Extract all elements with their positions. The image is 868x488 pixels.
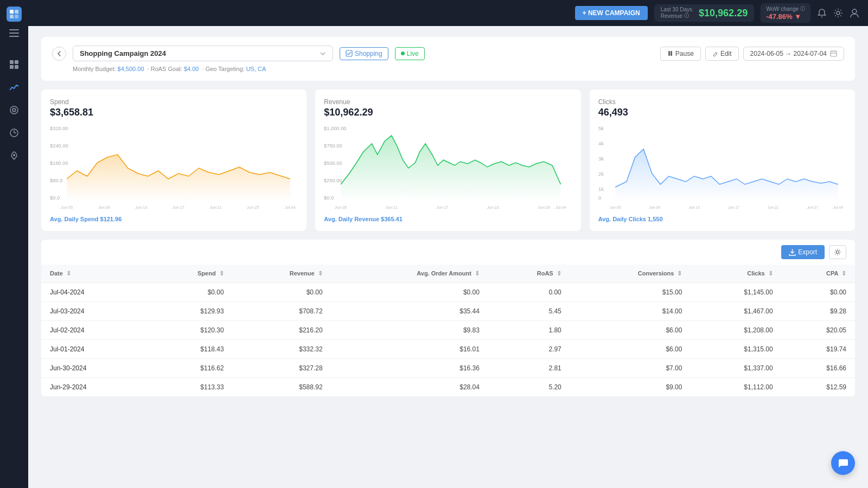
clicks-avg: Avg. Daily Clicks 1,550 [598, 216, 846, 222]
cell-value: $118.43 [147, 340, 233, 359]
svg-text:1k: 1k [598, 187, 604, 192]
user-icon[interactable] [850, 8, 859, 18]
table-row: Jul-01-2024$118.43$332.32$16.012.97$6.00… [41, 340, 855, 359]
cell-value: $1,337.00 [691, 359, 781, 378]
cell-value: $1,315.00 [691, 340, 781, 359]
svg-text:Jun-05: Jun-05 [335, 206, 347, 210]
cell-date: Jul-03-2024 [41, 302, 147, 321]
cell-value: $6.00 [570, 340, 691, 359]
svg-rect-0 [10, 10, 14, 14]
spend-chart-area: $320.00 $240.00 $160.00 $80.0 $0.0 [50, 125, 298, 211]
svg-rect-21 [346, 50, 352, 56]
cell-value: $129.93 [147, 302, 233, 321]
table-settings-button[interactable] [829, 245, 846, 259]
sidebar [0, 0, 28, 488]
clicks-chart-area: 5k 4k 3k 2k 1k 0 [598, 125, 846, 211]
hamburger-menu[interactable] [6, 26, 22, 40]
svg-text:$250.00: $250.00 [324, 178, 342, 183]
settings-icon[interactable] [833, 8, 843, 18]
export-button[interactable]: Export [781, 245, 825, 259]
table-row: Jun-29-2024$113.33$588.92$28.045.20$9.00… [41, 378, 855, 397]
table-actions: Export [41, 240, 855, 265]
new-campaign-button[interactable]: + NEW CAMPAIGN [575, 6, 648, 20]
svg-rect-10 [15, 65, 18, 69]
sort-icon-date: ⇕ [66, 270, 71, 277]
cell-value: 2.97 [488, 340, 570, 359]
pause-button[interactable]: Pause [660, 47, 701, 61]
cell-value: 5.20 [488, 378, 570, 397]
app-logo [7, 7, 22, 22]
table-body: Jul-04-2024$0.00$0.00$0.000.00$15.00$1,1… [41, 283, 855, 397]
svg-rect-22 [668, 51, 670, 56]
sidebar-item-schedule[interactable] [5, 124, 23, 142]
col-date[interactable]: Date ⇕ [41, 265, 147, 283]
sidebar-item-rocket[interactable] [5, 146, 23, 165]
cell-value: $12.59 [782, 378, 855, 397]
cell-value: $113.33 [147, 378, 233, 397]
back-button[interactable] [52, 47, 66, 61]
svg-point-19 [837, 11, 840, 15]
sort-icon-revenue: ⇕ [318, 270, 323, 277]
cell-date: Jul-04-2024 [41, 283, 147, 302]
data-table-section: Export Date ⇕ Spend ⇕ [41, 240, 855, 397]
svg-text:Jun-13: Jun-13 [135, 206, 147, 210]
svg-text:$1,000.00: $1,000.00 [324, 126, 347, 131]
campaign-selector[interactable]: Shopping Campaign 2024 [73, 46, 333, 61]
svg-text:$500.00: $500.00 [324, 160, 342, 166]
chat-widget[interactable] [831, 451, 855, 475]
cell-value: 2.81 [488, 359, 570, 378]
topbar-icons [817, 8, 859, 18]
svg-text:2k: 2k [598, 171, 604, 177]
svg-rect-8 [15, 60, 18, 64]
topbar: + NEW CAMPAIGN Last 30 Days Revenue ⓘ $1… [28, 0, 868, 26]
cell-value: $120.30 [147, 321, 233, 340]
revenue-avg: Avg. Daily Revenue $365.41 [324, 216, 572, 222]
cell-value: $16.36 [331, 359, 488, 378]
table-header-row: Date ⇕ Spend ⇕ Revenue ⇕ Avg. Order Am [41, 265, 855, 283]
svg-text:$160.00: $160.00 [50, 160, 68, 166]
cell-value: 0.00 [488, 283, 570, 302]
edit-button[interactable]: Edit [705, 47, 739, 61]
cell-value: $16.66 [782, 359, 855, 378]
sidebar-item-analytics[interactable] [5, 78, 23, 97]
svg-marker-60 [615, 149, 838, 201]
cell-value: $116.62 [147, 359, 233, 378]
sidebar-item-overview[interactable] [5, 55, 23, 74]
revenue-label-text: Last 30 Days Revenue ⓘ [661, 7, 692, 20]
campaign-status-tag: Live [395, 47, 425, 60]
col-avg-order[interactable]: Avg. Order Amount ⇕ [331, 265, 488, 283]
svg-text:Jun-29: Jun-29 [538, 206, 550, 210]
col-clicks[interactable]: Clicks ⇕ [691, 265, 781, 283]
col-roas[interactable]: RoAS ⇕ [488, 265, 570, 283]
cell-value: $9.28 [782, 302, 855, 321]
svg-text:$0.0: $0.0 [324, 195, 334, 201]
sidebar-item-campaigns[interactable] [5, 101, 23, 119]
svg-text:Jul-04: Jul-04 [556, 206, 566, 210]
svg-rect-3 [15, 15, 18, 18]
svg-text:$750.00: $750.00 [324, 143, 342, 149]
clicks-chart-value: 46,493 [598, 107, 846, 118]
notification-icon[interactable] [817, 8, 827, 18]
cell-value: $0.00 [782, 283, 855, 302]
cell-date: Jun-30-2024 [41, 359, 147, 378]
col-revenue[interactable]: Revenue ⇕ [233, 265, 331, 283]
col-conversions[interactable]: Conversions ⇕ [570, 265, 691, 283]
budget-value: $4,500.00 [118, 66, 144, 72]
col-cpa[interactable]: CPA ⇕ [782, 265, 855, 283]
cell-value: $1,145.00 [691, 283, 781, 302]
svg-text:Jun-05: Jun-05 [61, 206, 73, 210]
svg-text:5k: 5k [598, 126, 604, 131]
cell-value: 1.80 [488, 321, 570, 340]
clicks-chart-title: Clicks [598, 98, 846, 106]
campaign-header-card: Shopping Campaign 2024 Shopping Live Pau… [41, 37, 855, 81]
campaign-name: Shopping Campaign 2024 [80, 49, 166, 57]
date-range-picker[interactable]: 2024-06-05 → 2024-07-04 [743, 47, 844, 61]
charts-row: Spend $3,658.81 $320.00 $240.00 $160.00 … [41, 89, 855, 231]
svg-point-20 [852, 9, 857, 14]
col-spend[interactable]: Spend ⇕ [147, 265, 233, 283]
cell-value: $20.05 [782, 321, 855, 340]
cell-value: $9.83 [331, 321, 488, 340]
cell-date: Jul-02-2024 [41, 321, 147, 340]
table-row: Jul-04-2024$0.00$0.00$0.000.00$15.00$1,1… [41, 283, 855, 302]
sort-icon-spend: ⇕ [219, 270, 224, 277]
